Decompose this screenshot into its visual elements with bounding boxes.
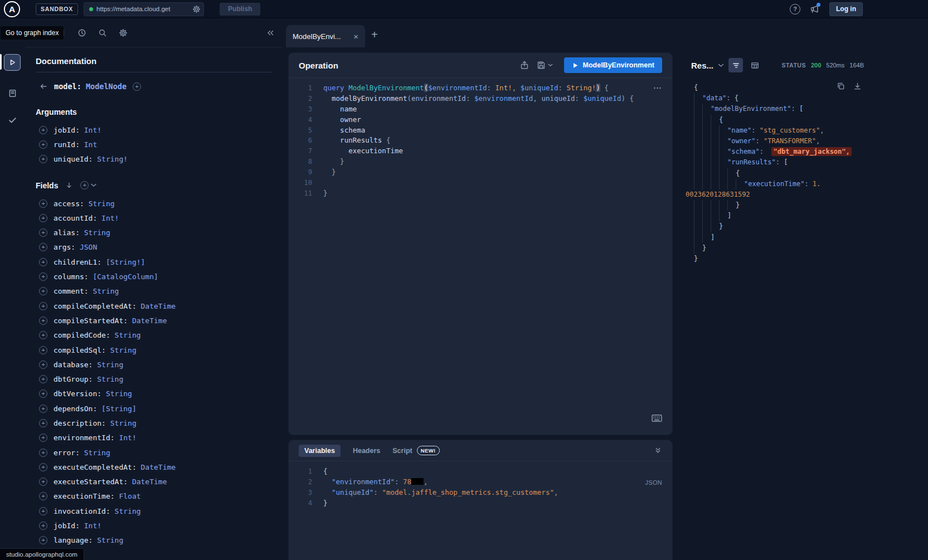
response-json[interactable]: {"data": {"modelByEnvironment": [{"name"… (681, 82, 871, 264)
add-field-button[interactable]: + (39, 405, 47, 413)
back-arrow-icon[interactable] (39, 82, 48, 91)
apollo-logo-icon[interactable]: A (3, 1, 21, 18)
download-response-icon[interactable] (853, 82, 862, 90)
new-tab-button[interactable]: + (371, 28, 378, 41)
field-type: DateTime (132, 316, 167, 325)
doc-field-row[interactable]: +language: String (39, 533, 281, 548)
add-field-button[interactable]: + (39, 507, 47, 515)
doc-field-row[interactable]: +executeStartedAt: DateTime (39, 475, 281, 489)
doc-field-row[interactable]: +uniqueId: String! (39, 152, 281, 167)
add-field-button[interactable]: + (39, 287, 47, 295)
add-field-button[interactable]: + (39, 434, 47, 442)
add-field-button[interactable]: + (39, 243, 47, 251)
field-name: executeStartedAt: DateTime (54, 478, 167, 486)
doc-field-row[interactable]: +args: JSON (39, 240, 281, 255)
tab-variables[interactable]: Variables (299, 445, 341, 457)
doc-field-row[interactable]: +dependsOn: [String] (39, 401, 281, 416)
doc-field-row[interactable]: +database: String (39, 357, 281, 372)
doc-field-row[interactable]: +runId: Int (39, 137, 281, 152)
tab-script[interactable]: Script NEW! (392, 446, 439, 455)
keyboard-shortcuts-icon[interactable] (652, 414, 662, 422)
doc-field-row[interactable]: +compileStartedAt: DateTime (39, 313, 281, 328)
add-field-button[interactable]: + (39, 316, 47, 325)
operation-editor[interactable]: 1query ModelByEnvironment($environmentId… (289, 78, 672, 199)
tab-headers[interactable]: Headers (353, 447, 380, 455)
field-type: DateTime (132, 478, 167, 486)
add-field-button[interactable]: + (39, 492, 47, 500)
new-badge: NEW! (417, 446, 440, 455)
add-field-button[interactable]: + (39, 155, 47, 163)
add-type-button[interactable]: + (133, 82, 141, 91)
doc-field-row[interactable]: +executionTime: Float (39, 489, 281, 504)
doc-field-row[interactable]: +jobId: Int! (39, 518, 281, 533)
add-field-button[interactable]: + (39, 375, 47, 383)
add-field-button[interactable]: + (39, 331, 47, 339)
doc-field-row[interactable]: +columns: [CatalogColumn] (39, 269, 281, 284)
run-operation-button[interactable]: ModelByEnvironment (564, 57, 663, 73)
share-icon[interactable] (520, 61, 529, 70)
copy-response-icon[interactable] (837, 82, 845, 90)
doc-field-row[interactable]: +dbtVersion: String (39, 387, 281, 401)
doc-field-row[interactable]: +jobId: Int! (39, 123, 281, 137)
endpoint-url-input[interactable]: https://metadata.cloud.get (84, 2, 204, 16)
doc-field-row[interactable]: +compiledSql: String (39, 343, 281, 357)
connection-settings-gear-icon[interactable] (192, 5, 201, 13)
doc-field-row[interactable]: +comment: String (39, 284, 281, 299)
collapse-variables-icon[interactable] (654, 446, 662, 455)
announcements-button[interactable] (809, 4, 819, 14)
add-all-fields-button[interactable]: + (80, 181, 96, 189)
save-operation-button[interactable] (537, 61, 553, 70)
code-line: 10 (289, 178, 672, 188)
add-field-button[interactable]: + (39, 361, 47, 369)
variables-editor[interactable]: 1{2 "environmentId": 78,3 "uniqueId": "m… (289, 461, 672, 509)
login-button[interactable]: Log in (829, 2, 863, 16)
add-field-button[interactable]: + (39, 522, 47, 530)
endpoint-url[interactable]: https://metadata.cloud.get (96, 6, 189, 12)
add-field-button[interactable]: + (39, 449, 47, 457)
doc-field-row[interactable]: +compiledCode: String (39, 328, 281, 343)
add-field-button[interactable]: + (39, 258, 47, 266)
response-view-tree-button[interactable] (728, 58, 743, 72)
settings-gear-icon[interactable] (119, 28, 128, 37)
add-field-button[interactable]: + (39, 536, 47, 544)
doc-field-row[interactable]: +executeCompletedAt: DateTime (39, 460, 281, 474)
add-field-button[interactable]: + (39, 478, 47, 486)
help-icon[interactable]: ? (790, 4, 800, 14)
nav-schema[interactable] (4, 85, 21, 101)
doc-field-row[interactable]: +dbtGroup: String (39, 372, 281, 386)
doc-field-row[interactable]: +environmentId: Int! (39, 431, 281, 445)
tab-modelbyenvironment[interactable]: ModelByEnvi... × (286, 25, 365, 47)
doc-field-row[interactable]: +description: String (39, 416, 281, 430)
publish-button[interactable]: Publish (220, 3, 260, 16)
add-field-button[interactable]: + (39, 419, 47, 427)
add-field-button[interactable]: + (39, 389, 47, 398)
doc-field-row[interactable]: +alias: String (39, 225, 281, 240)
collapse-panel-icon[interactable] (266, 28, 275, 37)
field-name: executeCompletedAt: DateTime (54, 463, 176, 471)
add-field-button[interactable]: + (39, 463, 47, 471)
field-type: [String!] (106, 258, 145, 266)
doc-field-row[interactable]: +error: String (39, 445, 281, 460)
doc-field-row[interactable]: +invocationId: String (39, 504, 281, 518)
add-field-button[interactable]: + (39, 214, 47, 222)
sort-down-arrow-icon[interactable] (65, 181, 73, 189)
history-icon[interactable] (77, 28, 86, 37)
nav-checks[interactable] (4, 111, 21, 128)
response-chevron-icon[interactable] (718, 64, 724, 67)
close-tab-icon[interactable]: × (353, 32, 358, 41)
doc-field-row[interactable]: +access: String (39, 196, 281, 211)
doc-field-row[interactable]: +compileCompletedAt: DateTime (39, 299, 281, 313)
operation-more-options-icon[interactable] (653, 84, 662, 92)
search-icon[interactable] (98, 28, 107, 37)
add-field-button[interactable]: + (39, 140, 47, 149)
doc-field-row[interactable]: +accountId: Int! (39, 211, 281, 225)
add-field-button[interactable]: + (39, 302, 47, 310)
response-view-table-button[interactable] (747, 58, 762, 72)
add-field-button[interactable]: + (39, 228, 47, 237)
add-field-button[interactable]: + (39, 346, 47, 354)
doc-field-row[interactable]: +childrenL1: [String!] (39, 255, 281, 269)
nav-explorer[interactable] (4, 54, 21, 71)
add-field-button[interactable]: + (39, 199, 47, 208)
add-field-button[interactable]: + (39, 126, 47, 134)
add-field-button[interactable]: + (39, 272, 47, 281)
